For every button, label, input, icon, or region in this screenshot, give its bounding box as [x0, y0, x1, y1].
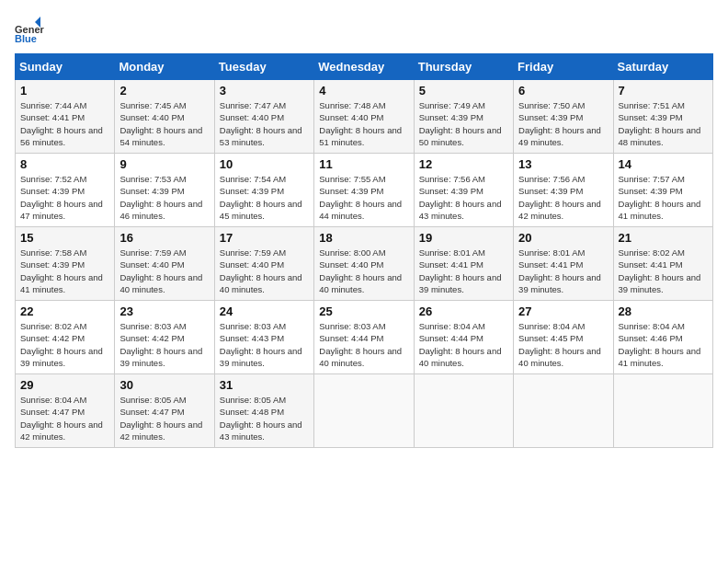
- day-cell: 19 Sunrise: 8:01 AM Sunset: 4:41 PM Dayl…: [414, 227, 513, 301]
- calendar-week-row: 8 Sunrise: 7:52 AM Sunset: 4:39 PM Dayli…: [16, 154, 713, 227]
- day-info: Sunrise: 7:47 AM Sunset: 4:40 PM Dayligh…: [220, 99, 309, 148]
- day-info: Sunrise: 7:51 AM Sunset: 4:39 PM Dayligh…: [619, 99, 708, 148]
- day-info: Sunrise: 7:53 AM Sunset: 4:39 PM Dayligh…: [119, 173, 209, 222]
- empty-day-cell: [514, 374, 613, 448]
- day-cell: 18 Sunrise: 8:00 AM Sunset: 4:40 PM Dayl…: [314, 227, 414, 301]
- day-info: Sunrise: 8:04 AM Sunset: 4:44 PM Dayligh…: [419, 320, 508, 369]
- day-number: 14: [619, 157, 708, 171]
- day-cell: 30 Sunrise: 8:05 AM Sunset: 4:47 PM Dayl…: [115, 374, 214, 448]
- day-info: Sunrise: 7:54 AM Sunset: 4:39 PM Dayligh…: [220, 173, 309, 222]
- calendar-week-row: 15 Sunrise: 7:58 AM Sunset: 4:39 PM Dayl…: [16, 227, 713, 301]
- day-info: Sunrise: 7:55 AM Sunset: 4:39 PM Dayligh…: [319, 173, 408, 222]
- day-cell: 25 Sunrise: 8:03 AM Sunset: 4:44 PM Dayl…: [314, 301, 414, 374]
- day-info: Sunrise: 8:03 AM Sunset: 4:42 PM Dayligh…: [119, 320, 209, 369]
- day-cell: 20 Sunrise: 8:01 AM Sunset: 4:41 PM Dayl…: [514, 227, 613, 301]
- day-number: 11: [319, 157, 408, 171]
- day-cell: 31 Sunrise: 8:05 AM Sunset: 4:48 PM Dayl…: [214, 374, 313, 448]
- day-info: Sunrise: 7:59 AM Sunset: 4:40 PM Dayligh…: [119, 247, 209, 295]
- day-cell: 16 Sunrise: 7:59 AM Sunset: 4:40 PM Dayl…: [115, 227, 214, 301]
- day-number: 2: [119, 84, 209, 98]
- day-number: 9: [119, 157, 209, 171]
- page-header: General Blue: [15, 15, 713, 44]
- day-cell: 9 Sunrise: 7:53 AM Sunset: 4:39 PM Dayli…: [115, 154, 214, 227]
- day-number: 27: [518, 304, 608, 318]
- day-cell: 13 Sunrise: 7:56 AM Sunset: 4:39 PM Dayl…: [514, 154, 613, 227]
- day-number: 8: [20, 157, 109, 171]
- day-number: 6: [518, 84, 608, 98]
- day-number: 31: [220, 378, 309, 392]
- calendar-week-row: 29 Sunrise: 8:04 AM Sunset: 4:47 PM Dayl…: [16, 374, 713, 448]
- day-number: 13: [518, 157, 608, 171]
- day-cell: 8 Sunrise: 7:52 AM Sunset: 4:39 PM Dayli…: [16, 154, 115, 227]
- day-info: Sunrise: 7:44 AM Sunset: 4:41 PM Dayligh…: [20, 99, 109, 148]
- day-number: 24: [220, 304, 309, 318]
- logo-icon: General Blue: [15, 15, 44, 44]
- empty-day-cell: [314, 374, 414, 448]
- day-info: Sunrise: 7:45 AM Sunset: 4:40 PM Dayligh…: [119, 99, 209, 148]
- day-info: Sunrise: 7:56 AM Sunset: 4:39 PM Dayligh…: [419, 173, 508, 222]
- day-cell: 11 Sunrise: 7:55 AM Sunset: 4:39 PM Dayl…: [314, 154, 414, 227]
- day-cell: 3 Sunrise: 7:47 AM Sunset: 4:40 PM Dayli…: [214, 80, 313, 154]
- day-info: Sunrise: 7:52 AM Sunset: 4:39 PM Dayligh…: [20, 173, 109, 222]
- day-info: Sunrise: 7:49 AM Sunset: 4:39 PM Dayligh…: [419, 99, 508, 148]
- weekday-header: Monday: [115, 54, 214, 80]
- day-number: 23: [119, 304, 209, 318]
- day-number: 12: [419, 157, 508, 171]
- day-info: Sunrise: 7:59 AM Sunset: 4:40 PM Dayligh…: [220, 247, 309, 295]
- day-number: 5: [419, 84, 508, 98]
- svg-text:Blue: Blue: [15, 33, 37, 44]
- day-info: Sunrise: 8:03 AM Sunset: 4:43 PM Dayligh…: [220, 320, 309, 369]
- weekday-header: Sunday: [16, 54, 115, 80]
- day-cell: 17 Sunrise: 7:59 AM Sunset: 4:40 PM Dayl…: [214, 227, 313, 301]
- day-number: 25: [319, 304, 408, 318]
- logo: General Blue: [15, 15, 48, 44]
- day-cell: 15 Sunrise: 7:58 AM Sunset: 4:39 PM Dayl…: [16, 227, 115, 301]
- empty-day-cell: [414, 374, 513, 448]
- day-number: 17: [220, 231, 309, 245]
- calendar-header-row: SundayMondayTuesdayWednesdayThursdayFrid…: [16, 54, 713, 80]
- day-info: Sunrise: 7:50 AM Sunset: 4:39 PM Dayligh…: [518, 99, 608, 148]
- day-number: 22: [20, 304, 109, 318]
- day-info: Sunrise: 8:03 AM Sunset: 4:44 PM Dayligh…: [319, 320, 408, 369]
- day-cell: 1 Sunrise: 7:44 AM Sunset: 4:41 PM Dayli…: [16, 80, 115, 154]
- weekday-header: Tuesday: [214, 54, 313, 80]
- day-number: 16: [119, 231, 209, 245]
- day-info: Sunrise: 8:01 AM Sunset: 4:41 PM Dayligh…: [419, 247, 508, 295]
- weekday-header: Wednesday: [314, 54, 414, 80]
- day-cell: 21 Sunrise: 8:02 AM Sunset: 4:41 PM Dayl…: [613, 227, 712, 301]
- day-number: 19: [419, 231, 508, 245]
- day-info: Sunrise: 8:02 AM Sunset: 4:41 PM Dayligh…: [619, 247, 708, 295]
- day-cell: 24 Sunrise: 8:03 AM Sunset: 4:43 PM Dayl…: [214, 301, 313, 374]
- day-cell: 26 Sunrise: 8:04 AM Sunset: 4:44 PM Dayl…: [414, 301, 513, 374]
- day-cell: 14 Sunrise: 7:57 AM Sunset: 4:39 PM Dayl…: [613, 154, 712, 227]
- day-info: Sunrise: 8:05 AM Sunset: 4:47 PM Dayligh…: [119, 394, 209, 442]
- day-cell: 6 Sunrise: 7:50 AM Sunset: 4:39 PM Dayli…: [514, 80, 613, 154]
- day-info: Sunrise: 8:04 AM Sunset: 4:46 PM Dayligh…: [619, 320, 708, 369]
- day-cell: 12 Sunrise: 7:56 AM Sunset: 4:39 PM Dayl…: [414, 154, 513, 227]
- day-number: 26: [419, 304, 508, 318]
- day-cell: 2 Sunrise: 7:45 AM Sunset: 4:40 PM Dayli…: [115, 80, 214, 154]
- day-cell: 4 Sunrise: 7:48 AM Sunset: 4:40 PM Dayli…: [314, 80, 414, 154]
- day-number: 1: [20, 84, 109, 98]
- day-cell: 5 Sunrise: 7:49 AM Sunset: 4:39 PM Dayli…: [414, 80, 513, 154]
- day-number: 30: [119, 378, 209, 392]
- weekday-header: Saturday: [613, 54, 712, 80]
- day-cell: 27 Sunrise: 8:04 AM Sunset: 4:45 PM Dayl…: [514, 301, 613, 374]
- day-info: Sunrise: 8:05 AM Sunset: 4:48 PM Dayligh…: [220, 394, 309, 442]
- day-info: Sunrise: 8:04 AM Sunset: 4:45 PM Dayligh…: [518, 320, 608, 369]
- day-info: Sunrise: 7:57 AM Sunset: 4:39 PM Dayligh…: [619, 173, 708, 222]
- day-cell: 28 Sunrise: 8:04 AM Sunset: 4:46 PM Dayl…: [613, 301, 712, 374]
- calendar-table: SundayMondayTuesdayWednesdayThursdayFrid…: [15, 53, 713, 448]
- day-number: 20: [518, 231, 608, 245]
- day-number: 4: [319, 84, 408, 98]
- day-number: 7: [619, 84, 708, 98]
- day-number: 28: [619, 304, 708, 318]
- day-number: 21: [619, 231, 708, 245]
- day-number: 10: [220, 157, 309, 171]
- day-cell: 10 Sunrise: 7:54 AM Sunset: 4:39 PM Dayl…: [214, 154, 313, 227]
- day-number: 29: [20, 378, 109, 392]
- calendar-week-row: 1 Sunrise: 7:44 AM Sunset: 4:41 PM Dayli…: [16, 80, 713, 154]
- day-info: Sunrise: 8:00 AM Sunset: 4:40 PM Dayligh…: [319, 247, 408, 295]
- day-cell: 23 Sunrise: 8:03 AM Sunset: 4:42 PM Dayl…: [115, 301, 214, 374]
- weekday-header: Thursday: [414, 54, 513, 80]
